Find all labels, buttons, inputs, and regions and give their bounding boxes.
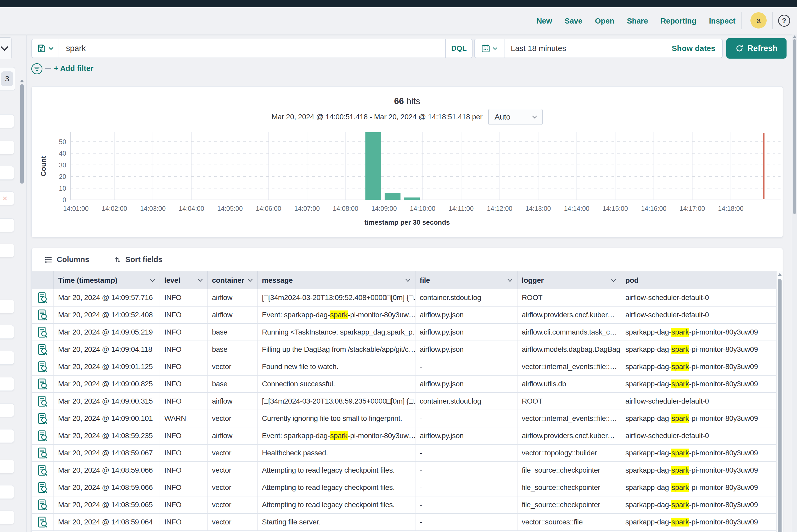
refresh-button[interactable]: Refresh xyxy=(726,38,786,59)
saved-query-menu-button[interactable] xyxy=(32,39,59,58)
nav-share[interactable]: Share xyxy=(627,17,648,25)
nav-save[interactable]: Save xyxy=(564,17,582,25)
filter-icon[interactable] xyxy=(31,63,43,75)
search-input[interactable] xyxy=(59,39,445,58)
collapsed-panel-item[interactable] xyxy=(0,429,14,443)
nav-reporting[interactable]: Reporting xyxy=(661,17,697,25)
collapsed-panel-item[interactable] xyxy=(0,403,14,417)
column-header-container[interactable]: container xyxy=(208,271,258,289)
log-row[interactable]: Mar 20, 2024 @ 14:08:59.064INFOvectorSta… xyxy=(32,514,776,531)
collapsed-panel-item[interactable] xyxy=(0,325,14,339)
top-banner xyxy=(0,0,797,7)
cell-container: vector xyxy=(208,358,258,375)
panel-scrollbar[interactable] xyxy=(20,84,24,184)
cell-message: Attempting to read legacy checkpoint fil… xyxy=(258,496,415,513)
nav-inspect[interactable]: Inspect xyxy=(709,17,736,25)
show-dates-button[interactable]: Show dates xyxy=(672,39,722,58)
cell-message: Attempting to read legacy checkpoint fil… xyxy=(258,462,415,479)
log-row[interactable]: Mar 20, 2024 @ 14:09:00.825INFObaseConne… xyxy=(32,376,776,393)
collapsed-panel-item[interactable] xyxy=(0,485,14,499)
nav-new[interactable]: New xyxy=(536,17,552,25)
page-scrollbar[interactable] xyxy=(792,34,797,532)
svg-text:10: 10 xyxy=(59,185,66,192)
collapsed-panel-item[interactable] xyxy=(0,511,14,524)
columns-button[interactable]: Columns xyxy=(45,255,89,264)
help-icon[interactable]: ? xyxy=(778,15,790,27)
column-header-level[interactable]: level xyxy=(160,271,208,289)
log-row[interactable]: Mar 20, 2024 @ 14:09:57.716INFOairflow[□… xyxy=(32,289,776,306)
log-row[interactable]: Mar 20, 2024 @ 14:08:59.066INFOvectorAtt… xyxy=(32,462,776,479)
column-header-logger[interactable]: logger xyxy=(518,271,621,289)
cell-container: airflow xyxy=(208,428,258,444)
collapsed-panel-item[interactable] xyxy=(0,300,14,314)
page-scrollbar-thumb[interactable] xyxy=(793,39,796,214)
table-scrollbar[interactable] xyxy=(776,271,783,532)
expand-row-button[interactable] xyxy=(32,496,54,513)
expand-row-button[interactable] xyxy=(32,393,54,410)
collapsed-panel-item[interactable] xyxy=(0,218,14,232)
histogram-panel: 66 hits Mar 20, 2024 @ 14:00:51.418 - Ma… xyxy=(32,86,783,238)
column-header-message[interactable]: message xyxy=(258,271,415,289)
collapsed-panel-item[interactable] xyxy=(0,244,14,258)
field-count-box[interactable]: 3 xyxy=(0,67,15,91)
svg-text:50: 50 xyxy=(59,138,66,146)
log-row[interactable]: Mar 20, 2024 @ 14:09:00.101WARNvectorCur… xyxy=(32,410,776,428)
expand-row-button[interactable] xyxy=(32,289,54,306)
log-row[interactable]: Mar 20, 2024 @ 14:09:52.408INFOairflowEv… xyxy=(32,306,776,324)
cell-logger: airflow.providers.cncf.kuber… xyxy=(518,428,621,444)
refresh-label: Refresh xyxy=(747,44,777,53)
expand-row-button[interactable] xyxy=(32,428,54,444)
nav-open[interactable]: Open xyxy=(595,17,614,25)
collapsed-panel-item[interactable] xyxy=(0,460,14,473)
quick-select-menu-button[interactable] xyxy=(475,39,504,58)
log-row[interactable]: Mar 20, 2024 @ 14:09:04.118INFObaseFilli… xyxy=(32,341,776,358)
collapsed-panel-item[interactable] xyxy=(0,114,14,128)
query-language-button[interactable]: DQL xyxy=(445,39,472,58)
log-row[interactable]: Mar 20, 2024 @ 14:09:00.315INFOairflow[□… xyxy=(32,393,776,410)
expand-row-button[interactable] xyxy=(32,445,54,461)
log-row[interactable]: Mar 20, 2024 @ 14:09:05.219INFObaseRunni… xyxy=(32,324,776,341)
log-row[interactable]: Mar 20, 2024 @ 14:08:59.235INFOairflowEv… xyxy=(32,428,776,445)
cell-time: Mar 20, 2024 @ 14:09:57.716 xyxy=(54,289,160,306)
cell-file: airflow.py.json xyxy=(415,428,518,444)
cell-level: INFO xyxy=(160,514,208,530)
columns-list-icon xyxy=(45,256,53,264)
log-row[interactable]: Mar 20, 2024 @ 14:08:59.067INFOvectorHea… xyxy=(32,445,776,462)
inspect-document-icon xyxy=(38,430,48,441)
time-range-value[interactable]: Last 18 minutes xyxy=(504,39,672,58)
expand-row-button[interactable] xyxy=(32,306,54,323)
scroll-up-arrow[interactable] xyxy=(793,35,796,38)
expand-row-button[interactable] xyxy=(32,341,54,358)
scroll-up-arrow[interactable] xyxy=(778,273,782,276)
avatar[interactable]: a xyxy=(750,12,767,28)
expand-row-button[interactable] xyxy=(32,479,54,496)
cell-message: Filling up the DagBag from /stackable/ap… xyxy=(258,341,415,358)
svg-text:14:02:00: 14:02:00 xyxy=(102,205,127,212)
expand-row-button[interactable] xyxy=(32,514,54,530)
collapsed-panel-item[interactable] xyxy=(0,351,14,365)
log-row[interactable]: Mar 20, 2024 @ 14:08:59.066INFOvectorAtt… xyxy=(32,479,776,496)
collapse-panel-button[interactable] xyxy=(0,37,12,59)
expand-row-button[interactable] xyxy=(32,358,54,375)
cell-logger: airflow.models.dagbag.DagBag xyxy=(518,341,621,358)
column-header-time[interactable]: Time (timestamp) xyxy=(54,271,160,289)
sort-fields-button[interactable]: Sort fields xyxy=(114,255,163,264)
cell-container: vector xyxy=(208,479,258,496)
expand-row-button[interactable] xyxy=(32,376,54,392)
collapsed-panel-item[interactable]: × xyxy=(0,191,14,205)
log-row[interactable]: Mar 20, 2024 @ 14:09:01.125INFOvectorFou… xyxy=(32,358,776,376)
collapsed-panel-item[interactable] xyxy=(0,166,14,180)
add-filter-button[interactable]: + Add filter xyxy=(54,64,93,73)
collapsed-panel-item[interactable] xyxy=(0,377,14,391)
expand-row-button[interactable] xyxy=(32,462,54,479)
expand-row-button[interactable] xyxy=(32,410,54,427)
cell-message: Found new file to watch. xyxy=(258,358,415,375)
column-header-pod[interactable]: pod xyxy=(621,271,776,289)
column-header-file[interactable]: file xyxy=(415,271,518,289)
log-row[interactable]: Mar 20, 2024 @ 14:08:59.065INFOvectorAtt… xyxy=(32,496,776,514)
scroll-up-arrow[interactable] xyxy=(20,79,24,82)
expand-row-button[interactable] xyxy=(32,324,54,341)
histogram[interactable]: 0102030405014:01:0014:02:0014:03:0014:04… xyxy=(32,87,783,238)
table-scrollbar-thumb[interactable] xyxy=(778,279,782,532)
collapsed-panel-item[interactable] xyxy=(0,141,14,154)
